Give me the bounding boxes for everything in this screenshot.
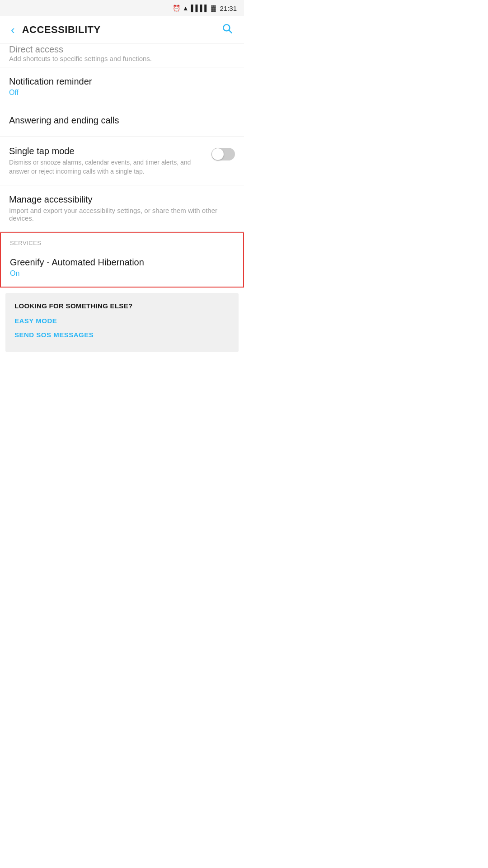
back-button[interactable]: ‹ — [7, 20, 19, 39]
answering-ending-calls-item[interactable]: Answering and ending calls — [0, 106, 244, 137]
looking-for-something-else-box: LOOKING FOR SOMETHING ELSE? EASY MODE SE… — [5, 293, 239, 352]
status-icons: ⏰ ▲ ▌▌▌▌ ▓ 21:31 — [173, 5, 237, 12]
greenify-item[interactable]: Greenify - Automated Hibernation On — [1, 248, 243, 287]
looking-title: LOOKING FOR SOMETHING ELSE? — [14, 302, 230, 310]
top-bar: ‹ ACCESSIBILITY — [0, 16, 244, 43]
greenify-title: Greenify - Automated Hibernation — [10, 257, 234, 268]
svg-line-1 — [229, 30, 232, 33]
manage-accessibility-subtitle: Import and export your accessibility set… — [9, 207, 235, 222]
services-section-header: SERVICES — [1, 233, 243, 248]
greenify-status: On — [10, 269, 234, 278]
battery-icon: ▓ — [211, 5, 216, 12]
services-divider — [46, 243, 234, 243]
manage-accessibility-item[interactable]: Manage accessibility Import and export y… — [0, 185, 244, 231]
notification-reminder-title: Notification reminder — [9, 76, 235, 87]
search-button[interactable] — [218, 19, 237, 41]
easy-mode-link[interactable]: EASY MODE — [14, 317, 230, 325]
page-title: ACCESSIBILITY — [22, 24, 218, 36]
status-time: 21:31 — [220, 5, 237, 12]
content-area: Direct access Add shortcuts to specific … — [0, 43, 244, 352]
direct-access-subtitle: Add shortcuts to specific settings and f… — [9, 55, 235, 62]
single-tap-mode-subtitle: Dismiss or snooze alarms, calendar event… — [9, 158, 206, 176]
single-tap-mode-title: Single tap mode — [9, 146, 206, 156]
notification-reminder-item[interactable]: Notification reminder Off — [0, 67, 244, 106]
single-tap-mode-text: Single tap mode Dismiss or snooze alarms… — [9, 146, 206, 176]
notification-reminder-status: Off — [9, 89, 235, 97]
alarm-icon: ⏰ — [173, 5, 180, 12]
manage-accessibility-title: Manage accessibility — [9, 194, 235, 205]
direct-access-title: Direct access — [9, 44, 235, 55]
status-bar: ⏰ ▲ ▌▌▌▌ ▓ 21:31 — [0, 0, 244, 16]
single-tap-mode-toggle[interactable] — [211, 148, 235, 160]
toggle-knob — [212, 148, 224, 160]
answering-ending-calls-title: Answering and ending calls — [9, 115, 235, 126]
single-tap-mode-item[interactable]: Single tap mode Dismiss or snooze alarms… — [0, 137, 244, 185]
wifi-icon: ▲ — [183, 5, 189, 12]
services-label: SERVICES — [10, 240, 42, 246]
direct-access-item[interactable]: Direct access Add shortcuts to specific … — [0, 43, 244, 67]
signal-icon: ▌▌▌▌ — [191, 5, 209, 12]
send-sos-link[interactable]: SEND SOS MESSAGES — [14, 331, 230, 339]
services-section: SERVICES Greenify - Automated Hibernatio… — [0, 232, 244, 288]
